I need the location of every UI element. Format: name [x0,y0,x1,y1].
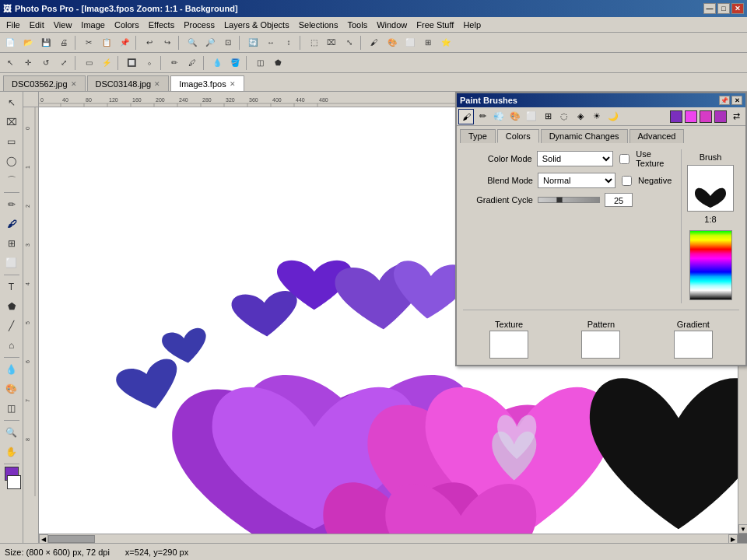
pb-tab-type[interactable]: Type [460,129,496,143]
use-texture-checkbox[interactable] [619,154,630,164]
pb-airbrush-tool[interactable]: 💨 [491,109,507,124]
tool-text[interactable]: T [2,278,21,296]
object-button[interactable]: ⬦ [141,54,158,72]
menu-colors[interactable]: Colors [110,19,144,31]
tool-clone[interactable]: ⊞ [2,234,21,253]
tool-line[interactable]: ╱ [2,317,21,335]
magic-wand-button[interactable]: ⚡ [98,54,115,72]
title-bar-controls[interactable]: — □ ✕ [703,3,744,14]
tool-arrow[interactable]: ↖ [2,93,21,112]
select-button[interactable]: ↖ [2,54,19,72]
pb-dodge-tool[interactable]: ☀ [589,109,605,124]
bucket-fill-button[interactable]: 🪣 [226,54,244,72]
tool-eraser[interactable]: ⬜ [2,254,21,272]
tab-dsc03562[interactable]: DSC03562.jpg ✕ [3,75,86,91]
tab-image3[interactable]: Image3.fpos ✕ [170,75,244,91]
tab-close-icon[interactable]: ✕ [230,80,236,88]
canvas-wrapper[interactable]: 0 40 80 120 160 200 240 280 320 360 400 … [23,92,747,543]
pb-clone-tool[interactable]: ⊞ [540,109,556,124]
copy-button[interactable]: 📋 [98,34,115,51]
path-button[interactable]: ✏ [166,54,183,72]
star-button[interactable]: ⭐ [437,34,454,51]
menu-free-stuff[interactable]: Free Stuff [412,19,458,31]
pb-blur-tool[interactable]: ◌ [556,109,572,124]
tool-crop[interactable]: ⌧ [2,113,21,131]
blend-mode-select[interactable]: Normal Multiply Screen [538,173,615,188]
foreground-color-swatch[interactable] [670,110,682,123]
menu-effects[interactable]: Effects [144,19,179,31]
zoom-fit-button[interactable]: ⊡ [219,34,237,51]
redo-button[interactable]: ↪ [159,34,176,51]
tab-close-icon[interactable]: ✕ [154,80,160,88]
menu-layers[interactable]: Layers & Objects [219,19,294,31]
gradient-box[interactable] [674,331,713,359]
pen-button[interactable]: 🖊 [184,54,201,72]
menu-process[interactable]: Process [179,19,219,31]
resize-button[interactable]: ⤡ [341,34,358,51]
stamp-button[interactable]: ⊞ [419,34,437,51]
fill-button[interactable]: 🎨 [384,34,401,51]
color-swatch-3[interactable] [700,110,712,123]
new-button[interactable]: 📄 [2,34,19,51]
gradient-cycle-value[interactable]: 25 [605,193,633,207]
menu-file[interactable]: File [2,19,25,31]
paste-button[interactable]: 📌 [116,34,133,51]
menu-window[interactable]: Window [372,19,412,31]
menu-help[interactable]: Help [458,19,486,31]
scale-button[interactable]: ⤢ [55,54,72,72]
tool-zoom[interactable]: 🔍 [2,423,21,442]
minimize-button[interactable]: — [703,3,716,14]
tool-lasso[interactable]: ⌒ [2,171,21,190]
pb-burn-tool[interactable]: 🌙 [605,109,621,124]
flip-h-button[interactable]: ↔ [262,34,279,51]
pb-tab-colors[interactable]: Colors [497,129,539,143]
pb-pin-button[interactable]: 📌 [719,96,730,105]
tool-hand[interactable]: ✋ [2,443,21,461]
tool-shape[interactable]: ⬟ [2,297,21,316]
tool-path[interactable]: ⌂ [2,336,21,355]
pb-brush-tool[interactable]: 🖌 [458,109,474,124]
rotate2-button[interactable]: ↺ [37,54,54,72]
rect-sel-button[interactable]: ▭ [80,54,97,72]
tool-ellipse-sel[interactable]: ◯ [2,152,21,170]
rotate-button[interactable]: 🔄 [244,34,261,51]
tool-rect-sel[interactable]: ▭ [2,132,21,151]
gradient-tool-button[interactable]: ◫ [251,54,268,72]
negative-checkbox[interactable] [622,176,632,186]
print-button[interactable]: 🖨 [55,34,72,51]
flip-v-button[interactable]: ↕ [280,34,297,51]
maximize-button[interactable]: □ [717,3,730,14]
tab-close-icon[interactable]: ✕ [71,80,77,88]
pb-close-button[interactable]: ✕ [731,96,742,105]
cut-button[interactable]: ✂ [80,34,97,51]
pb-swap-colors[interactable]: ⇄ [728,109,744,124]
eraser-button[interactable]: ⬜ [402,34,419,51]
open-button[interactable]: 📂 [19,34,37,51]
tool-gradient[interactable]: ◫ [2,399,21,418]
close-button[interactable]: ✕ [731,3,744,14]
pb-eraser-tool[interactable]: ⬜ [524,109,539,124]
tool-brush[interactable]: 🖌 [2,215,21,233]
tool-eyedropper[interactable]: 💧 [2,360,21,379]
background-color-swatch[interactable] [685,110,697,123]
transform-button[interactable]: ⬚ [305,34,322,51]
save-button[interactable]: 💾 [37,34,54,51]
texture-box[interactable] [489,331,528,359]
color-swatch-4[interactable] [714,110,727,123]
tab-dsc03148[interactable]: DSC03148.jpg ✕ [87,75,170,91]
pb-tab-dynamic[interactable]: Dynamic Changes [541,129,628,143]
pattern-box[interactable] [581,331,620,359]
zoom-out-button[interactable]: 🔎 [202,34,219,51]
paint-brushes-controls[interactable]: 📌 ✕ [719,96,742,105]
horizontal-scrollbar[interactable]: ◀ ▶ [39,534,738,543]
menu-tools[interactable]: Tools [342,19,372,31]
gradient-cycle-slider[interactable] [538,197,600,203]
menu-edit[interactable]: Edit [25,19,49,31]
layer-button[interactable]: 🔲 [123,54,140,72]
crop-button[interactable]: ⌧ [323,34,340,51]
pb-fill-tool[interactable]: 🎨 [507,109,523,124]
move-button[interactable]: ✛ [19,54,37,72]
brush-button[interactable]: 🖌 [366,34,383,51]
pb-sharpen-tool[interactable]: ◈ [573,109,588,124]
menu-image[interactable]: Image [76,19,110,31]
